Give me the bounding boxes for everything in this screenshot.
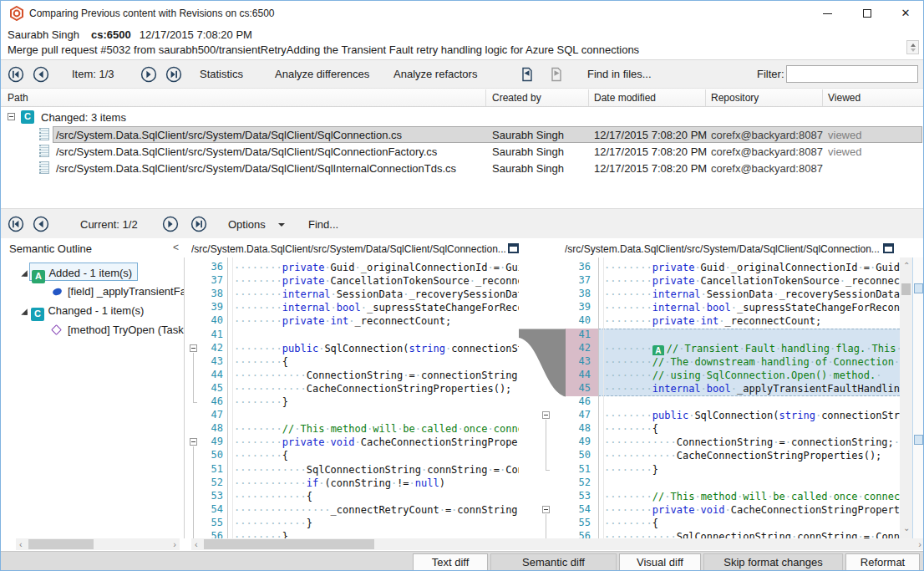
reformat-button[interactable]: Reformat [845,553,920,571]
diff-marker-current[interactable] [914,283,923,293]
outline-badge-icon: C [31,308,44,321]
file-row[interactable]: /src/System.Data.SqlClient/src/System/Da… [1,126,923,143]
code-line: 47 [185,409,519,423]
outline-group-item[interactable]: C Changed - 1 item(s) [29,301,149,319]
destination-code-pane[interactable]: 36········private·Guid·_originalConnecti… [519,257,900,538]
fold-collapse-icon[interactable] [542,506,550,513]
file-date-modified: 12/17/2015 7:08:20 PM [594,129,707,141]
outline-collapse-button[interactable]: < [173,242,179,253]
file-created-by: Saurabh Singh [492,129,564,141]
statistics-button[interactable]: Statistics [200,68,243,80]
diff-marker-next[interactable] [914,435,923,445]
maximize-button[interactable] [853,1,881,26]
source-code-pane[interactable]: 36········private·Guid·_originalConnecti… [185,257,519,538]
scroll-up-arrow-icon[interactable]: ⌃ [903,261,910,270]
fold-collapse-icon[interactable] [542,411,550,419]
last-diff-icon[interactable] [190,216,207,232]
scroll-down-icon[interactable] [911,48,916,52]
column-viewed[interactable]: Viewed [828,92,861,104]
filter-label: Filter: [757,68,784,80]
line-number: 38 [565,288,598,302]
line-number: 40 [185,314,228,329]
changeset-comment: Merge pull request #5032 from saurabh500… [8,43,639,56]
vertical-scroll-thumb[interactable] [901,283,911,295]
minimize-button[interactable] [813,1,841,26]
outline-hscroll-thumb[interactable] [28,539,94,549]
line-number: 53 [185,490,228,504]
open-left-file-icon[interactable] [519,66,536,83]
file-icon [39,161,49,174]
outline-item-label: [field] _applyTransientFault [68,285,185,298]
visual-diff-button[interactable]: Visual diff [619,553,701,571]
last-item-icon[interactable] [165,66,182,83]
column-repository[interactable]: Repository [711,92,759,104]
line-number: 47 [565,409,598,423]
code-line: 53········//·This·method·will·be·called·… [519,490,900,504]
line-number: 44 [185,369,228,383]
app-logo-icon [9,6,24,21]
collapse-expander-icon[interactable] [8,113,15,120]
outline-scroll-right-icon[interactable]: › [173,539,176,549]
line-number: 48 [185,422,228,436]
file-row[interactable]: /src/System.Data.SqlClient/src/System/Da… [1,160,923,176]
code-line: 46········} [185,395,519,410]
scroll-up-icon[interactable] [911,43,916,47]
code-line: 49············ConnectionString·=·connect… [519,436,900,450]
next-item-icon[interactable] [140,66,157,83]
fold-collapse-icon[interactable] [190,438,197,446]
code-scroll-right-icon[interactable]: › [918,539,921,549]
code-line: 45········internal·bool·_applyTransientF… [519,382,900,396]
code-hscroll-thumb[interactable] [204,539,374,549]
right-pane-vertical-scrollbar[interactable]: ⌃ ⌄ [900,257,912,538]
filter-input[interactable] [786,65,918,83]
semantic-outline-title: Semantic Outline [9,242,92,255]
code-line: 43········//·The·downstream·handling·of·… [519,355,900,370]
line-number: 37 [565,274,598,288]
fold-collapse-icon[interactable] [190,344,197,352]
column-date-modified[interactable]: Date modified [594,92,656,104]
scroll-down-arrow-icon[interactable]: ⌄ [903,523,910,533]
code-line: 41 [519,329,900,343]
next-diff-icon[interactable] [162,216,179,232]
find-in-files-button[interactable]: Find in files... [587,68,652,80]
options-caret-icon[interactable] [278,223,285,227]
column-created-by[interactable]: Created by [492,92,541,104]
code-line: 38········internal·SessionData·_recovery… [519,288,900,302]
line-number: 39 [185,301,228,315]
skip-format-changes-button[interactable]: Skip format changes [703,553,843,571]
code-line: 45············CacheConnectionStringPrope… [185,382,519,396]
right-pane-maximize-icon[interactable] [883,243,894,253]
group-row-changed[interactable]: C Changed: 3 items [1,110,923,126]
first-diff-icon[interactable] [8,216,24,232]
analyze-differences-button[interactable]: Analyze differences [275,68,369,80]
tree-expanded-icon[interactable] [21,270,27,276]
text-diff-button[interactable]: Text diff [413,553,488,571]
outline-hscrollbar[interactable]: ‹ › [16,538,180,550]
code-line: 48········{ [519,422,900,436]
line-number: 36 [185,261,228,275]
first-item-icon[interactable] [8,66,24,83]
close-button[interactable]: ✕ [891,1,920,26]
semantic-diff-button[interactable]: Semantic diff [490,553,617,571]
column-path[interactable]: Path [8,92,28,104]
line-number: 50 [565,449,598,463]
left-pane-maximize-icon[interactable] [508,243,519,253]
outline-scroll-left-icon[interactable]: ‹ [19,539,23,549]
open-right-file-icon[interactable] [548,66,565,83]
file-row[interactable]: /src/System.Data.SqlClient/src/System/Da… [1,143,923,160]
code-line: 36········private·Guid·_originalConnecti… [519,261,900,275]
app-window: Comparing Previous content with Revision… [0,0,924,571]
code-line: 40········private·int·_reconnectCount; [519,314,900,329]
analyze-refactors-button[interactable]: Analyze refactors [393,68,477,80]
line-number: 44 [565,369,598,383]
outline-group-item[interactable]: A Added - 1 item(s) [29,263,138,281]
previous-item-icon[interactable] [33,66,49,83]
tree-expanded-icon[interactable] [21,308,27,314]
options-dropdown[interactable]: Options [228,218,266,231]
find-button[interactable]: Find... [308,218,338,231]
previous-diff-icon[interactable] [33,216,49,232]
comment-scroll-control[interactable] [906,40,919,54]
code-hscrollbar[interactable]: ‹ › [191,538,924,550]
code-scroll-left-icon[interactable]: ‹ [195,539,198,549]
line-number: 42 [565,342,598,356]
